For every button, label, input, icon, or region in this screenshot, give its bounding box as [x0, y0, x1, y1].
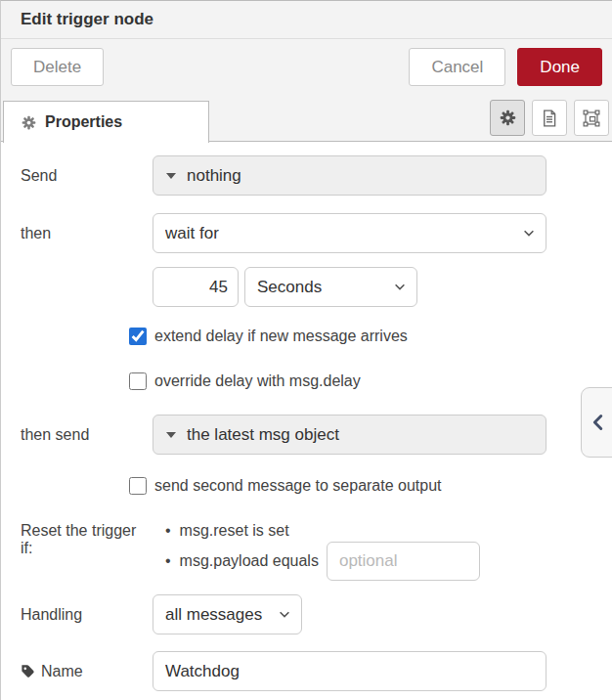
second-output-checkbox[interactable] [129, 477, 147, 495]
extend-delay-row: extend delay if new message arrives [129, 328, 612, 345]
tab-action-buttons [490, 100, 609, 136]
tray-collapse-button[interactable] [581, 387, 612, 458]
edit-trigger-node-dialog: { "header": { "title": "Edit trigger nod… [0, 0, 612, 700]
msg-payload-label: msg.payload equals [180, 552, 319, 570]
second-output-row: send second message to separate output [129, 477, 612, 495]
node-properties-button[interactable] [490, 100, 525, 136]
second-output-label: send second message to separate output [154, 477, 442, 495]
handling-label: Handling [21, 606, 153, 624]
send-label: Send [21, 167, 153, 185]
reset-section: Reset the trigger if: • msg.reset is set… [21, 520, 612, 581]
then-row: then wait for [21, 213, 612, 253]
node-appearance-button[interactable] [574, 100, 609, 136]
reset-conditions: • msg.reset is set • msg.payload equals [153, 520, 480, 581]
chevron-left-icon [590, 412, 606, 433]
tab-properties[interactable]: Properties [3, 101, 209, 143]
duration-units-select[interactable]: Seconds [244, 267, 417, 307]
bullet-icon: • [165, 552, 171, 570]
name-label-group: Name [21, 663, 153, 680]
cancel-button[interactable]: Cancel [409, 48, 505, 86]
bullet-icon: • [165, 522, 171, 540]
caret-down-icon [166, 432, 176, 438]
node-description-button[interactable] [532, 100, 567, 136]
appearance-icon [583, 109, 600, 127]
properties-panel: Send nothing then wait for Seconds [1, 142, 612, 691]
dialog-title: Edit trigger node [21, 10, 153, 29]
msg-reset-label: msg.reset is set [180, 522, 289, 540]
delete-button[interactable]: Delete [11, 48, 104, 86]
extend-delay-checkbox[interactable] [129, 328, 147, 345]
send-typed-input[interactable]: nothing [153, 155, 546, 196]
then-send-row: then send the latest msg object [21, 415, 612, 455]
then-send-label: then send [21, 426, 153, 444]
duration-units-wrap: Seconds [244, 267, 417, 307]
send-row: Send nothing [21, 155, 612, 196]
reset-label: Reset the trigger if: [21, 520, 153, 557]
action-button-bar: Delete Cancel Done [1, 39, 612, 95]
handling-select[interactable]: all messages [153, 594, 302, 634]
override-delay-checkbox[interactable] [129, 372, 147, 390]
duration-input[interactable] [153, 267, 239, 307]
document-icon [542, 109, 557, 127]
payload-equals-input[interactable] [327, 542, 480, 581]
name-input[interactable] [153, 651, 546, 691]
reset-condition-msg-reset: • msg.reset is set [153, 520, 480, 542]
handling-select-wrap: all messages [153, 594, 302, 634]
send-value: nothing [187, 166, 241, 186]
then-select-wrap: wait for [153, 213, 546, 253]
name-row: Name [21, 651, 612, 691]
override-delay-row: override delay with msg.delay [129, 372, 612, 390]
reset-condition-msg-payload: • msg.payload equals [153, 542, 480, 581]
then-select[interactable]: wait for [153, 213, 546, 253]
done-button[interactable]: Done [517, 48, 602, 86]
tab-properties-label: Properties [45, 113, 122, 131]
duration-row: Seconds [153, 267, 612, 307]
tab-strip: Properties [1, 95, 612, 142]
then-label: then [21, 225, 153, 242]
then-send-value: the latest msg object [187, 425, 339, 445]
gear-icon [500, 109, 516, 126]
handling-row: Handling all messages [21, 594, 612, 634]
tag-icon [21, 664, 35, 678]
name-label: Name [41, 663, 83, 680]
dialog-header: Edit trigger node [1, 1, 612, 39]
caret-down-icon [166, 173, 176, 179]
gear-icon [22, 115, 36, 130]
then-send-typed-input[interactable]: the latest msg object [153, 415, 546, 455]
override-delay-label: override delay with msg.delay [154, 372, 361, 390]
extend-delay-label: extend delay if new message arrives [154, 328, 408, 345]
